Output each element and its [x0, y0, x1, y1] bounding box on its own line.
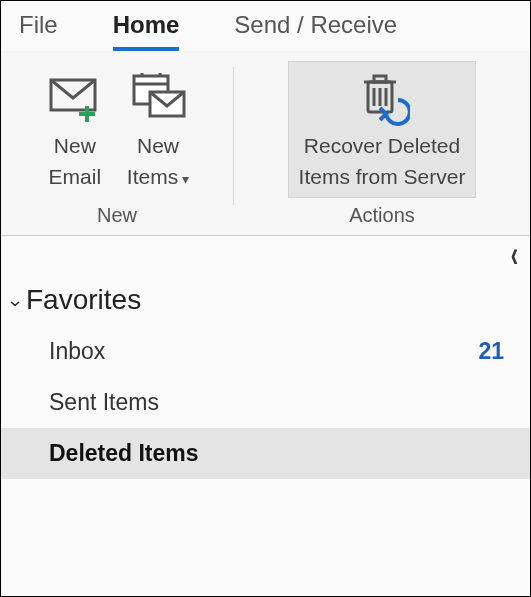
ribbon-group-actions: Recover Deleted Items from Server Action… — [234, 51, 530, 235]
unread-count: 21 — [478, 338, 504, 365]
nav-collapse: ‹ — [1, 236, 530, 268]
new-email-button[interactable]: New Email — [34, 61, 116, 198]
folder-label: Deleted Items — [49, 440, 199, 467]
folder-sent-items[interactable]: Sent Items — [1, 377, 530, 428]
ribbon-group-new: New Email New Items▾ — [1, 51, 233, 235]
recover-deleted-items-button[interactable]: Recover Deleted Items from Server — [288, 61, 477, 198]
new-items-button[interactable]: New Items▾ — [116, 61, 200, 198]
ribbon: New Email New Items▾ — [1, 51, 530, 236]
tab-send-receive[interactable]: Send / Receive — [234, 11, 397, 51]
tab-file[interactable]: File — [19, 11, 58, 51]
new-email-label-1: New — [54, 132, 96, 159]
new-email-icon — [45, 68, 105, 128]
recover-label-2: Items from Server — [299, 163, 466, 190]
favorites-label: Favorites — [26, 284, 141, 316]
favorites-section: ⌄ Favorites Inbox 21 Sent Items Deleted … — [1, 268, 530, 479]
new-items-icon — [128, 68, 188, 128]
chevron-down-icon: ⌄ — [6, 289, 24, 311]
favorites-header[interactable]: ⌄ Favorites — [1, 278, 530, 326]
new-items-label-1: New — [137, 132, 179, 159]
group-label-actions: Actions — [349, 204, 415, 229]
folder-deleted-items[interactable]: Deleted Items — [1, 428, 530, 479]
chevron-down-icon: ▾ — [182, 170, 189, 188]
collapse-arrow-icon[interactable]: ‹ — [511, 232, 518, 276]
new-email-label-2: Email — [49, 163, 102, 190]
favorites-list: Inbox 21 Sent Items Deleted Items — [1, 326, 530, 479]
folder-inbox[interactable]: Inbox 21 — [1, 326, 530, 377]
tab-home[interactable]: Home — [113, 11, 180, 51]
group-label-new: New — [97, 204, 137, 229]
menu-bar: File Home Send / Receive — [1, 1, 530, 51]
recover-deleted-icon — [352, 68, 412, 128]
svg-rect-10 — [374, 76, 386, 82]
folder-label: Inbox — [49, 338, 105, 365]
new-items-label-2: Items▾ — [127, 163, 189, 190]
folder-label: Sent Items — [49, 389, 159, 416]
recover-label-1: Recover Deleted — [304, 132, 460, 159]
